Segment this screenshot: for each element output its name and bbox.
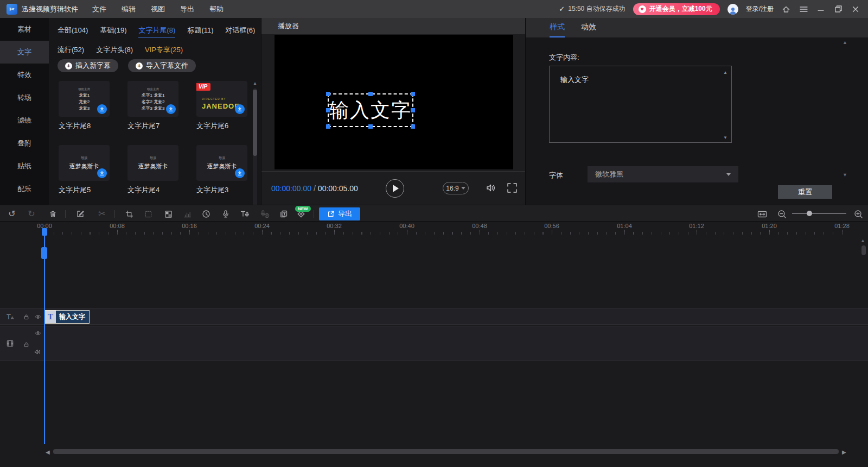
mosaic-icon[interactable] [163,209,173,219]
tab-popular[interactable]: 流行(52) [58,45,84,56]
resize-handle[interactable] [326,92,330,96]
lock-icon[interactable] [23,341,30,348]
resize-handle[interactable] [326,108,330,112]
download-icon[interactable] [235,168,245,178]
hscroll-right-icon[interactable]: ▶ [842,449,846,455]
video-track[interactable] [0,326,868,361]
reset-button[interactable]: 重置 [778,185,832,199]
fullscreen-icon[interactable] [507,182,518,193]
download-icon[interactable] [166,104,176,114]
resize-handle[interactable] [368,124,373,129]
sidebar-item-media[interactable]: 素材 [0,18,49,41]
fit-timeline-icon[interactable] [757,209,767,219]
sidebar-item-overlays[interactable]: 叠附 [0,132,49,155]
template-scrollbar[interactable]: ▲ ▼ [252,81,258,219]
crop-icon[interactable] [124,209,134,219]
speech-to-text-icon[interactable] [260,209,270,219]
menu-view[interactable]: 视图 [151,4,165,14]
timeline-marker[interactable] [41,247,47,259]
tab-basic[interactable]: 基础(19) [100,26,126,37]
speaker-icon[interactable] [34,348,41,356]
menu-edit[interactable]: 编辑 [122,4,136,14]
resize-handle[interactable] [326,124,330,129]
sidebar-item-filters[interactable]: 滤镜 [0,109,49,132]
resize-handle[interactable] [411,108,415,112]
template-card[interactable]: 联合主演 名字1 龙套1 名字2 龙套2 名字3 龙套3 文字片尾7 [127,81,178,131]
vscroll-up-icon[interactable]: ▲ [860,238,865,243]
sidebar-item-effects[interactable]: 特效 [0,64,49,86]
resize-handle[interactable] [411,124,415,129]
timeline-zoom-slider[interactable] [792,213,846,214]
menu-file[interactable]: 文件 [92,4,106,14]
copy-style-icon[interactable] [279,209,289,219]
text-to-speech-icon[interactable] [240,209,250,219]
download-icon[interactable] [235,104,245,114]
lock-icon[interactable] [23,313,30,320]
login-register-link[interactable]: 登录/注册 [746,4,774,14]
restore-button[interactable] [833,4,843,14]
panel-scroll-up-icon[interactable]: ▲ [843,40,847,45]
eye-icon[interactable] [34,330,42,337]
freeze-frame-icon[interactable] [143,209,153,219]
font-dropdown[interactable]: 微软雅黑 [588,166,738,182]
tab-all[interactable]: 全部(104) [58,26,88,37]
home-icon[interactable] [781,4,791,14]
sidebar-item-music[interactable]: 配乐 [0,178,49,200]
avatar[interactable] [727,4,738,15]
tab-text-ending[interactable]: 文字片尾(8) [138,26,175,37]
resize-handle[interactable] [368,92,373,96]
import-subtitle-file-button[interactable]: + 导入字幕文件 [128,59,196,72]
hscroll-left-icon[interactable]: ◀ [46,449,50,455]
panel-scroll-down-icon[interactable]: ▼ [843,172,847,178]
tab-title[interactable]: 标题(11) [187,26,213,37]
sidebar-item-stickers[interactable]: 贴纸 [0,155,49,178]
export-button[interactable]: 导出 [319,207,360,220]
download-icon[interactable] [97,104,107,114]
text-clip[interactable]: T 输入文字 [44,310,90,324]
duration-icon[interactable] [201,209,211,219]
eye-icon[interactable] [34,313,42,320]
hscroll-thumb[interactable] [53,449,839,454]
scrollbar-thumb[interactable] [253,90,257,156]
tab-vip-exclusive[interactable]: VIP专享(25) [145,45,183,56]
download-icon[interactable] [97,168,107,178]
text-track[interactable]: TA T 输入文字 [0,308,868,325]
record-voiceover-icon[interactable] [221,209,231,219]
menu-export[interactable]: 导出 [180,4,194,14]
resize-handle[interactable] [411,92,415,96]
menu-help[interactable]: 帮助 [209,4,224,14]
edit-subtitle-icon[interactable] [75,209,85,219]
volume-icon[interactable] [485,182,497,194]
text-content-input[interactable]: 输入文字 [549,66,732,143]
redo-icon[interactable]: ↻ [27,209,36,219]
undo-icon[interactable]: ↺ [7,209,17,219]
cut-icon[interactable]: ✂ [97,209,107,219]
close-button[interactable] [851,4,860,14]
sidebar-item-text[interactable]: 文字 [0,41,49,64]
playhead-handle[interactable] [42,228,47,236]
vscroll-thumb[interactable] [861,245,866,255]
aspect-ratio-dropdown[interactable]: 16:9 [443,182,469,194]
tab-dialog[interactable]: 对话框(6) [226,26,256,37]
template-card[interactable]: VIP DIRECTED BY JANEDOE 文字片尾6 [196,81,247,131]
video-canvas[interactable]: 输入文字 [275,35,513,169]
textarea-scroll-down-icon[interactable]: ▼ [723,135,727,140]
zoom-in-icon[interactable] [853,209,863,219]
canvas-text[interactable]: 输入文字 [329,97,412,124]
template-card[interactable]: 导演 逐梦奥斯卡 文字片尾3 [196,145,247,195]
delete-icon[interactable] [48,209,58,219]
zoom-out-icon[interactable] [777,209,787,219]
insert-subtitle-button[interactable]: + 插入新字幕 [58,59,118,72]
sidebar-item-transitions[interactable]: 转场 [0,86,49,109]
open-membership-button[interactable]: ♥ 开通会员，立减100元 [633,3,720,15]
template-card[interactable]: 导演 逐梦奥斯卡 文字片尾4 [127,145,178,195]
audio-wave-icon[interactable] [182,209,192,219]
text-selection-box[interactable]: 输入文字 [328,93,413,127]
zoom-slider-knob[interactable] [807,211,812,216]
play-button[interactable] [386,179,404,198]
template-card[interactable]: 领衔主演 龙套1 龙套2 龙套3 文字片尾8 [59,81,110,131]
tab-style[interactable]: 样式 [550,22,565,37]
tab-animation[interactable]: 动效 [581,22,596,37]
hamburger-menu-icon[interactable] [799,4,808,14]
minimize-button[interactable] [816,4,826,14]
